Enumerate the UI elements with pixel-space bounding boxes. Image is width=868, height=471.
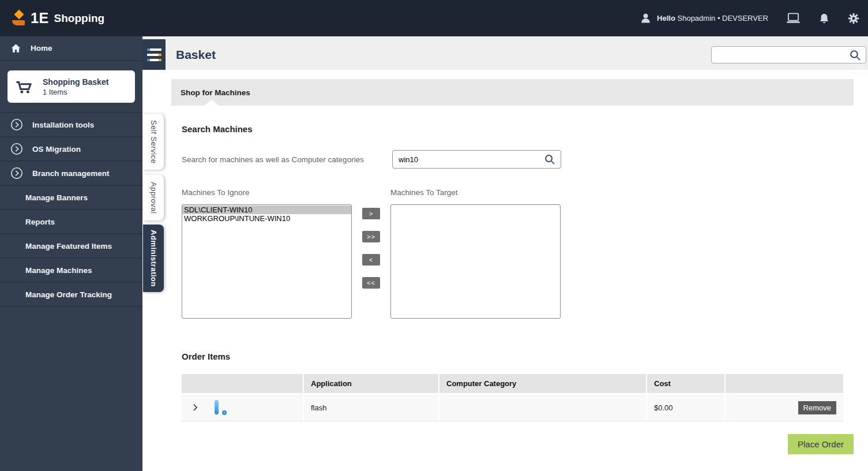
basket-card-title: Shopping Basket	[43, 77, 108, 87]
table-header-row: Application Computer Category Cost	[182, 374, 843, 393]
sidebar-item-branch-management[interactable]: Branch management	[0, 162, 142, 186]
logo-diamond-icon	[14, 9, 24, 19]
menu-toggle-button[interactable]	[142, 39, 166, 70]
machine-search-row: Search for machines as well as Computer …	[182, 150, 854, 169]
active-tab-pointer	[204, 100, 219, 106]
application-icon-bar	[215, 400, 219, 414]
list-item[interactable]: WORKGROUP\INTUNE-WIN10	[182, 214, 351, 223]
home-icon	[10, 43, 21, 54]
column-header-expand	[182, 374, 304, 393]
hamburger-icon	[147, 59, 161, 61]
search-icon[interactable]	[544, 154, 555, 165]
hamburger-icon	[147, 48, 161, 51]
sidebar-item-manage-machines[interactable]: Manage Machines	[0, 259, 142, 283]
machines-to-ignore-listbox[interactable]: SDL\CLIENT-WIN10 WORKGROUP\INTUNE-WIN10	[182, 204, 352, 319]
app-title: Shopping	[54, 12, 105, 25]
move-right-button[interactable]: >	[362, 208, 380, 219]
basket-card-text: Shopping Basket 1 Items	[43, 77, 108, 96]
machine-transfer-lists: Machines To Ignore SDL\CLIENT-WIN10 WORK…	[182, 188, 854, 319]
cell-cost: $0.00	[647, 393, 726, 421]
topbar-actions: Hello Shopadmin • DEVSERVER	[640, 12, 860, 25]
sidebar-item-label: Manage Order Tracking	[25, 290, 112, 299]
sidebar-item-manage-order-tracking[interactable]: Manage Order Tracking	[0, 283, 142, 307]
greeting-hello: Hello	[657, 14, 675, 23]
list-item[interactable]: SDL\CLIENT-WIN10	[182, 205, 351, 214]
application-icon-ring	[222, 410, 227, 415]
sidebar-item-label: Reports	[25, 218, 55, 226]
sidebar-item-label: Installation tools	[32, 121, 94, 129]
tab-shop-for-machines[interactable]: Shop for Machines	[171, 88, 250, 97]
place-order-button[interactable]: Place Order	[788, 434, 854, 454]
top-bar: 1E Shopping Hello Shopadmin • DEVSERVER	[0, 0, 868, 36]
sidebar-item-label: Home	[31, 44, 52, 53]
ignore-list-label: Machines To Ignore	[182, 188, 352, 197]
sidebar-item-home[interactable]: Home	[0, 36, 142, 61]
basket-card-section: Shopping Basket 1 Items	[0, 61, 142, 113]
search-machines-heading: Search Machines	[182, 124, 854, 134]
target-list-label: Machines To Target	[390, 188, 561, 197]
sidebar-item-manage-featured-items[interactable]: Manage Featured Items	[0, 234, 142, 259]
target-list-column: Machines To Target	[390, 188, 561, 319]
chevron-circle-icon	[10, 143, 23, 155]
hamburger-icon	[147, 54, 161, 56]
sidebar-item-label: Manage Banners	[25, 193, 88, 202]
notifications-bell-icon[interactable]	[818, 13, 830, 24]
sidebar-item-os-migration[interactable]: OS Migration	[0, 137, 142, 162]
tab-self-service[interactable]: Self Service	[143, 114, 164, 170]
application-icon	[212, 399, 228, 416]
user-icon[interactable]	[640, 12, 652, 24]
main-area: Self Service Approval Administration Bas…	[142, 36, 868, 471]
global-search-box	[711, 46, 866, 63]
sidebar-item-label: Branch management	[32, 169, 110, 178]
cart-icon	[16, 78, 33, 95]
brand-name: 1E	[31, 10, 49, 27]
brand-logo-icon	[10, 9, 28, 28]
sidebar: Home Shopping Basket 1 Items Installatio…	[0, 36, 142, 471]
sidebar-item-reports[interactable]: Reports	[0, 210, 142, 234]
cell-actions: Remove	[726, 393, 843, 421]
machine-search-box	[392, 150, 561, 169]
machines-to-target-listbox[interactable]	[390, 204, 561, 319]
move-all-left-button[interactable]: <<	[362, 277, 380, 289]
tab-administration[interactable]: Administration	[143, 225, 164, 292]
machine-search-label: Search for machines as well as Computer …	[182, 155, 392, 164]
transfer-buttons: > >> < <<	[352, 188, 390, 319]
place-order-row: Place Order	[182, 434, 854, 454]
global-search-input[interactable]	[712, 47, 849, 63]
content-tabstrip: Shop for Machines	[171, 79, 854, 106]
basket-card-count: 1 Items	[43, 88, 108, 96]
ignore-list-column: Machines To Ignore SDL\CLIENT-WIN10 WORK…	[182, 188, 352, 319]
page-header: Basket	[142, 36, 868, 70]
column-header-application: Application	[304, 374, 439, 393]
cell-expand	[182, 393, 304, 421]
devices-icon[interactable]	[786, 12, 801, 24]
settings-gear-icon[interactable]	[847, 12, 860, 25]
cell-application: flash	[304, 393, 439, 421]
cell-computer-category	[439, 393, 647, 421]
shopping-basket-card[interactable]: Shopping Basket 1 Items	[7, 70, 135, 103]
chevron-circle-icon	[10, 118, 23, 131]
sidebar-item-label: Manage Machines	[25, 266, 92, 275]
column-header-computer-category: Computer Category	[439, 374, 647, 393]
column-header-actions	[726, 374, 843, 393]
move-all-right-button[interactable]: >>	[362, 231, 380, 242]
page-title: Basket	[176, 48, 216, 62]
table-row: flash $0.00 Remove	[182, 393, 843, 421]
sidebar-item-label: Manage Featured Items	[25, 242, 112, 251]
search-icon[interactable]	[849, 49, 861, 61]
remove-button[interactable]: Remove	[798, 401, 836, 414]
logo-swoosh-icon	[12, 20, 25, 25]
chevron-circle-icon	[10, 167, 23, 180]
tab-approval[interactable]: Approval	[143, 175, 164, 220]
order-items-table: Application Computer Category Cost	[182, 374, 843, 421]
machine-search-input[interactable]	[393, 151, 544, 168]
user-greeting: Hello Shopadmin • DEVSERVER	[657, 14, 768, 23]
expand-row-chevron-icon[interactable]	[193, 403, 198, 412]
sidebar-item-label: OS Migration	[32, 145, 81, 154]
move-left-button[interactable]: <	[362, 254, 380, 266]
greeting-user: Shopadmin • DEVSERVER	[678, 14, 769, 23]
column-header-cost: Cost	[647, 374, 726, 393]
sidebar-item-installation-tools[interactable]: Installation tools	[0, 113, 142, 137]
basket-content: Search Machines Search for machines as w…	[142, 124, 868, 454]
sidebar-item-manage-banners[interactable]: Manage Banners	[0, 186, 142, 210]
